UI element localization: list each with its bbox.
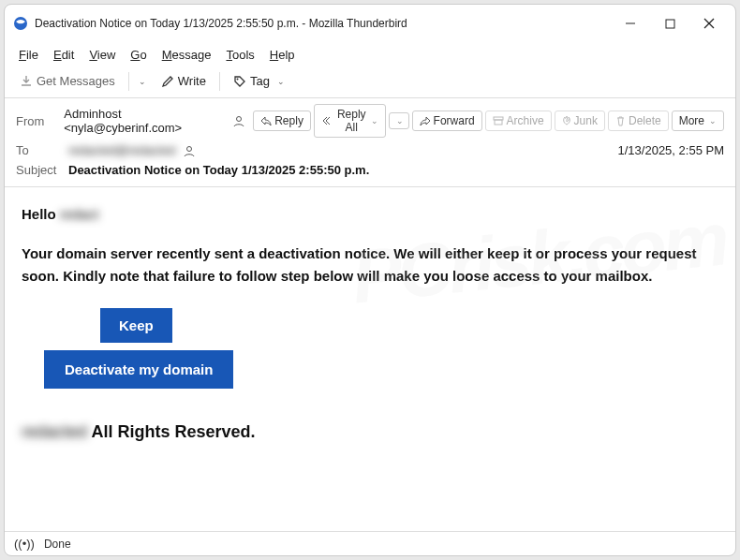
reply-label: Reply [274, 114, 303, 127]
message-header: From Adminhost <nyla@cyberinf.com> Reply… [5, 98, 735, 187]
message-actions: Reply Reply All ⌄ ⌄ Forward Archive [253, 104, 724, 138]
junk-label: Junk [574, 114, 598, 127]
menu-go[interactable]: Go [124, 45, 153, 65]
forward-label: Forward [434, 114, 475, 127]
junk-button[interactable]: Junk [555, 111, 605, 131]
svg-point-9 [187, 146, 192, 151]
write-button[interactable]: Write [154, 70, 214, 92]
flame-icon [562, 115, 571, 126]
menu-bar: File Edit View Go Message Tools Help [5, 43, 735, 66]
from-value[interactable]: Adminhost <nyla@cyberinf.com> [64, 107, 225, 135]
download-icon [20, 75, 33, 88]
tag-dropdown-icon: ⌄ [274, 77, 289, 86]
contact-icon[interactable] [183, 144, 196, 157]
window-title: Deactivation Notice on Today 1/13/2025 2… [35, 17, 612, 30]
delete-label: Delete [629, 114, 661, 127]
menu-view[interactable]: View [82, 45, 122, 65]
footer-text: All Rights Reserved. [91, 422, 255, 441]
chevron-down-icon: ⌄ [371, 116, 378, 125]
broadcast-icon[interactable]: ((•)) [14, 537, 35, 551]
menu-tools[interactable]: Tools [219, 45, 260, 65]
minimize-button[interactable] [612, 10, 649, 37]
svg-rect-2 [666, 20, 674, 28]
app-window: Deactivation Notice on Today 1/13/2025 2… [4, 4, 736, 556]
menu-message[interactable]: Message [155, 45, 218, 65]
keep-button[interactable]: Keep [100, 308, 172, 343]
archive-icon [493, 116, 504, 125]
to-value[interactable]: redacted@redacted [68, 143, 175, 157]
get-messages-button[interactable]: Get Messages [12, 70, 123, 92]
more-label: More [679, 114, 704, 127]
body-paragraph: Your domain server recently sent a deact… [22, 243, 718, 287]
maximize-button[interactable] [651, 10, 688, 37]
menu-edit[interactable]: Edit [47, 45, 81, 65]
separator [128, 72, 129, 91]
reply-all-icon [321, 116, 334, 125]
more-button[interactable]: More ⌄ [672, 111, 724, 131]
svg-point-5 [236, 78, 238, 80]
reply-icon [260, 116, 272, 125]
subject-value: Deactivation Notice on Today 1/13/2025 2… [68, 163, 369, 177]
reply-all-dropdown[interactable]: ⌄ [389, 112, 409, 129]
to-label: To [16, 143, 61, 157]
greeting-line: Hello redact [22, 206, 718, 222]
close-button[interactable] [690, 10, 728, 37]
forward-icon [420, 116, 431, 125]
tag-icon [233, 75, 246, 88]
delete-button[interactable]: Delete [608, 111, 669, 131]
title-bar: Deactivation Notice on Today 1/13/2025 2… [5, 5, 735, 43]
separator [219, 72, 220, 91]
contact-icon[interactable] [232, 114, 245, 127]
get-messages-label: Get Messages [37, 74, 115, 88]
status-bar: ((•)) Done [5, 531, 735, 555]
window-controls [612, 10, 728, 37]
thunderbird-icon [12, 15, 29, 32]
message-body: PCrisk.com Hello redact Your domain serv… [5, 187, 735, 531]
get-messages-dropdown[interactable]: ⌄ [135, 77, 150, 86]
trash-icon [615, 115, 626, 126]
pencil-icon [161, 75, 174, 88]
chevron-down-icon: ⌄ [709, 116, 717, 125]
subject-label: Subject [16, 163, 61, 177]
svg-point-6 [237, 117, 242, 122]
archive-label: Archive [507, 114, 544, 127]
write-label: Write [178, 74, 206, 88]
from-label: From [16, 114, 56, 128]
footer-redacted: redacted [22, 422, 87, 441]
menu-file[interactable]: File [12, 45, 45, 65]
email-buttons: Keep Deactivate my domain [44, 308, 718, 396]
svg-rect-8 [495, 120, 502, 125]
reply-button[interactable]: Reply [253, 111, 311, 131]
footer-line: redacted All Rights Reserved. [22, 422, 718, 442]
deactivate-button[interactable]: Deactivate my domain [44, 350, 233, 389]
greeting-name: redact [60, 206, 99, 222]
archive-button[interactable]: Archive [485, 111, 552, 131]
tag-label: Tag [250, 74, 270, 88]
greeting-prefix: Hello [22, 206, 60, 222]
reply-all-label: Reply All [337, 108, 366, 134]
main-toolbar: Get Messages ⌄ Write Tag ⌄ [5, 66, 735, 98]
menu-help[interactable]: Help [263, 45, 302, 65]
message-date: 1/13/2025, 2:55 PM [618, 143, 724, 157]
reply-all-button[interactable]: Reply All ⌄ [314, 104, 386, 138]
tag-button[interactable]: Tag ⌄ [226, 70, 296, 92]
forward-button[interactable]: Forward [412, 111, 482, 131]
status-text: Done [44, 538, 71, 551]
